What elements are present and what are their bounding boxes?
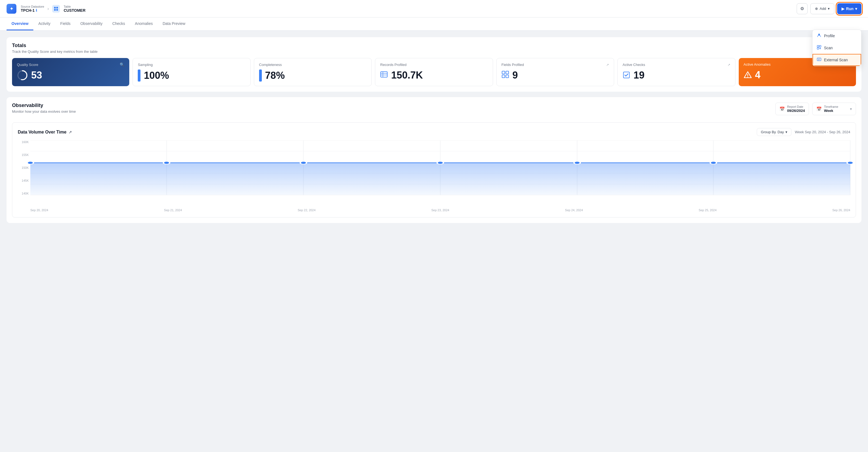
records-profiled-card[interactable]: Records Profiled 150.7K: [375, 58, 493, 86]
plus-icon: ⊕: [815, 6, 818, 11]
report-date-control[interactable]: 📅 Report Date 09/26/2024: [775, 103, 809, 115]
tab-overview[interactable]: Overview: [6, 18, 33, 30]
scan-label: Scan: [824, 46, 833, 50]
week-range-value: Sep 20, 2024 - Sep 26, 2024: [805, 130, 850, 134]
sampling-bar-icon: [138, 69, 141, 82]
obs-controls: 📅 Report Date 09/26/2024 📅 Timeframe Wee…: [775, 103, 856, 115]
sampling-card[interactable]: Sampling 100%: [132, 58, 250, 86]
timeframe-calendar-icon: 📅: [816, 107, 822, 112]
svg-rect-7: [817, 48, 819, 49]
group-by-button[interactable]: Group By Day ▾: [757, 128, 792, 136]
sampling-value: 100%: [144, 70, 169, 81]
completeness-value: 78%: [265, 70, 285, 81]
tab-checks[interactable]: Checks: [107, 18, 130, 30]
add-label: Add: [819, 6, 826, 11]
svg-point-40: [847, 162, 853, 164]
table-label: Table: [64, 5, 86, 8]
run-button[interactable]: ▶ Run ▾: [837, 3, 862, 14]
active-checks-card[interactable]: Active Checks ↗ 19: [617, 58, 735, 86]
chart-controls: Group By Day ▾ Week Sep 20, 2024 - Sep 2…: [757, 128, 850, 136]
quality-score-value: 53: [31, 69, 42, 81]
metrics-grid: Quality Score 🔍 53 Sampling: [12, 58, 856, 86]
tab-data-preview[interactable]: Data Preview: [158, 18, 190, 30]
tab-observability[interactable]: Observability: [75, 18, 107, 30]
completeness-header: Completeness: [259, 63, 367, 67]
sampling-header: Sampling: [138, 63, 245, 67]
profile-icon: [817, 33, 821, 38]
y-label-160k: 160K: [22, 140, 29, 144]
sampling-value-row: 100%: [138, 69, 245, 82]
records-header: Records Profiled: [380, 63, 488, 67]
svg-point-38: [574, 162, 580, 164]
dropdown-item-scan[interactable]: Scan: [812, 42, 861, 54]
fields-arrow-icon[interactable]: ↗: [606, 63, 609, 67]
nav-tabs: Overview Activity Fields Observability C…: [0, 18, 868, 31]
svg-point-36: [300, 162, 307, 164]
svg-rect-3: [56, 9, 58, 11]
tab-fields[interactable]: Fields: [56, 18, 75, 30]
obs-subtitle: Monitor how your data evolves over time: [12, 109, 76, 114]
svg-rect-6: [819, 46, 821, 47]
run-dropdown-menu: Profile Scan External Scan: [812, 30, 862, 66]
quality-score-value-row: 53: [17, 69, 124, 81]
completeness-card[interactable]: Completeness 78%: [254, 58, 372, 86]
fields-header: Fields Profiled ↗: [501, 63, 609, 67]
checks-value-row: 19: [623, 69, 730, 81]
add-button[interactable]: ⊕ Add ▾: [810, 3, 834, 14]
main-content: Totals Track the Quality Score and key m…: [0, 31, 868, 235]
totals-title: Totals: [12, 43, 856, 49]
checks-arrow-icon[interactable]: ↗: [727, 63, 730, 67]
run-chevron-icon: ▾: [855, 6, 857, 11]
svg-rect-11: [381, 72, 387, 77]
settings-button[interactable]: ⚙: [797, 3, 808, 14]
svg-rect-1: [56, 7, 58, 8]
x-label-1: Sep 21, 2024: [164, 208, 182, 212]
chart-header: Data Volume Over Time ↗ Group By Day ▾ W…: [18, 128, 850, 136]
checks-label: Active Checks: [623, 63, 645, 67]
scan-icon: [817, 45, 821, 51]
group-by-value: Day: [778, 130, 784, 134]
timeframe-chevron-icon: ▾: [850, 107, 852, 111]
timeframe-control[interactable]: 📅 Timeframe Week ▾: [812, 103, 856, 115]
records-label: Records Profiled: [380, 63, 406, 67]
svg-rect-0: [54, 7, 56, 8]
svg-point-39: [710, 162, 717, 164]
fields-profiled-card[interactable]: Fields Profiled ↗ 9: [496, 58, 614, 86]
obs-header: Observability Monitor how your data evol…: [12, 103, 856, 118]
quality-score-label: Quality Score: [17, 63, 38, 67]
svg-rect-15: [502, 71, 505, 74]
observability-section: Observability Monitor how your data evol…: [6, 97, 862, 223]
chart-expand-icon[interactable]: ↗: [69, 130, 72, 134]
run-icon: ▶: [841, 6, 844, 11]
tab-anomalies[interactable]: Anomalies: [130, 18, 158, 30]
week-range-label: Week Sep 20, 2024 - Sep 26, 2024: [795, 130, 850, 134]
checks-value: 19: [633, 69, 645, 81]
breadcrumb: Source Datastore TPCH-1 ℹ › Table CUSTOM…: [21, 5, 86, 12]
header-actions: ⚙ ⊕ Add ▾ ▶ Run ▾: [797, 3, 862, 14]
completeness-label: Completeness: [259, 63, 282, 67]
svg-rect-8: [817, 58, 821, 61]
svg-point-4: [818, 34, 820, 35]
svg-rect-18: [506, 75, 508, 78]
source-label: Source Datastore: [21, 5, 44, 8]
quality-score-card[interactable]: Quality Score 🔍 53: [12, 58, 129, 86]
x-label-4: Sep 24, 2024: [565, 208, 583, 212]
x-label-3: Sep 23, 2024: [431, 208, 449, 212]
table-item: Table CUSTOMER: [52, 5, 86, 12]
table-name: CUSTOMER: [64, 8, 86, 12]
x-label-0: Sep 20, 2024: [30, 208, 48, 212]
report-date-group: Report Date 09/26/2024: [787, 105, 805, 113]
records-table-icon: [380, 70, 388, 80]
quality-search-icon[interactable]: 🔍: [120, 62, 124, 67]
add-chevron-icon: ▾: [828, 6, 830, 11]
table-icon: [52, 5, 60, 12]
obs-title: Observability: [12, 103, 76, 108]
group-by-prefix: Group By: [761, 130, 776, 134]
svg-rect-17: [502, 75, 505, 78]
dropdown-item-profile[interactable]: Profile: [812, 30, 861, 42]
dropdown-item-external-scan[interactable]: External Scan: [812, 54, 861, 66]
external-scan-label: External Scan: [824, 58, 848, 62]
tab-activity[interactable]: Activity: [33, 18, 55, 30]
timeframe-group: Timeframe Week: [824, 105, 848, 113]
anomalies-alert-icon: [744, 71, 752, 79]
